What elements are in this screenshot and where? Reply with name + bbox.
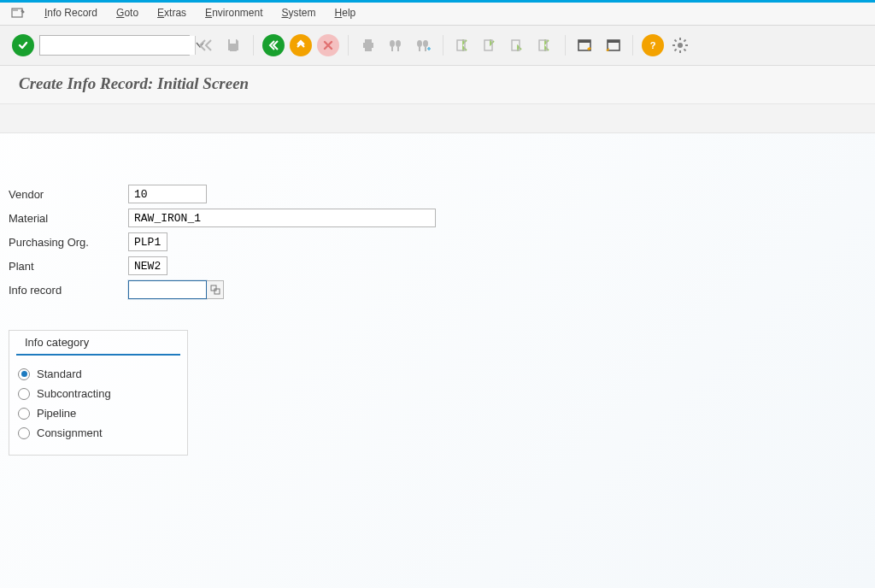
svg-point-4: [390, 40, 395, 47]
command-field-wrap: [39, 35, 190, 56]
toolbar-separator: [632, 35, 633, 56]
radio-subcontracting-row[interactable]: Subcontracting: [18, 384, 179, 403]
field-row-material: Material: [9, 209, 866, 227]
new-session-button[interactable]: [574, 34, 596, 56]
svg-rect-11: [425, 47, 426, 51]
menu-extras[interactable]: Extras: [157, 7, 186, 19]
radio-pipeline[interactable]: [18, 408, 30, 420]
svg-rect-10: [419, 47, 420, 51]
info-category-legend: Info category: [16, 331, 180, 356]
save-button[interactable]: [222, 34, 244, 56]
search-help-icon: [210, 285, 220, 295]
first-page-button[interactable]: [452, 34, 474, 56]
page-title: Create Info Record: Initial Screen: [19, 74, 860, 93]
toolbar-separator: [565, 35, 566, 56]
svg-rect-17: [578, 40, 590, 43]
svg-rect-31: [214, 289, 220, 294]
vendor-input[interactable]: [128, 185, 207, 203]
field-row-purchasing-org: Purchasing Org.: [9, 232, 866, 251]
print-button[interactable]: [357, 34, 379, 56]
svg-line-29: [684, 40, 685, 42]
menu-environment[interactable]: Environment: [205, 7, 262, 19]
menu-goto[interactable]: Goto: [116, 7, 138, 19]
toolbar-separator: [253, 35, 254, 56]
svg-rect-2: [365, 39, 372, 43]
command-field[interactable]: [40, 36, 195, 55]
back-green-button[interactable]: [262, 34, 285, 56]
svg-line-28: [675, 49, 677, 50]
material-label: Material: [9, 212, 128, 225]
info-record-f4-button[interactable]: [207, 280, 224, 299]
exit-button[interactable]: [290, 34, 312, 56]
svg-point-5: [396, 40, 401, 47]
radio-standard-label: Standard: [37, 368, 82, 380]
svg-rect-6: [391, 47, 393, 51]
field-row-info-record: Info record: [9, 280, 866, 299]
menu-system[interactable]: System: [282, 7, 316, 19]
prev-page-button[interactable]: [479, 34, 502, 56]
next-page-button[interactable]: [507, 34, 529, 56]
purchasing-org-label: Purchasing Org.: [9, 236, 128, 249]
shortcut-button[interactable]: [602, 34, 624, 56]
title-area: Create Info Record: Initial Screen: [0, 66, 875, 104]
find-next-button[interactable]: [412, 34, 434, 56]
application-toolbar: [0, 104, 875, 133]
svg-rect-30: [211, 285, 216, 291]
svg-point-21: [678, 43, 683, 48]
menubar: Info Record Goto Extras Environment Syst…: [0, 3, 875, 26]
radio-standard-row[interactable]: Standard: [18, 364, 179, 384]
radio-subcontracting-label: Subcontracting: [37, 387, 111, 400]
info-record-label: Info record: [9, 284, 128, 297]
find-button[interactable]: [385, 34, 407, 56]
info-category-options: Standard Subcontracting Pipeline Consign…: [9, 356, 187, 455]
radio-subcontracting[interactable]: [18, 388, 30, 400]
material-input[interactable]: [128, 209, 436, 227]
radio-consignment[interactable]: [18, 427, 30, 439]
svg-rect-7: [397, 47, 399, 51]
svg-rect-19: [608, 40, 620, 43]
purchasing-org-input[interactable]: [128, 232, 167, 251]
svg-point-9: [423, 40, 428, 47]
help-button[interactable]: ?: [642, 34, 664, 56]
vendor-label: Vendor: [9, 188, 128, 201]
svg-rect-3: [365, 47, 372, 51]
radio-consignment-row[interactable]: Consignment: [18, 423, 179, 443]
radio-standard[interactable]: [18, 368, 30, 380]
svg-line-26: [675, 40, 677, 42]
svg-line-27: [684, 49, 685, 50]
info-record-input[interactable]: [128, 280, 207, 299]
plant-input[interactable]: [128, 256, 167, 275]
last-page-button[interactable]: [534, 34, 556, 56]
field-row-vendor: Vendor: [9, 185, 866, 203]
content-area: Vendor Material Purchasing Org. Plant In…: [0, 133, 875, 464]
menu-info-record[interactable]: Info Record: [44, 7, 97, 19]
toolbar-separator: [348, 35, 349, 56]
radio-consignment-label: Consignment: [37, 426, 103, 439]
cancel-button[interactable]: [317, 34, 339, 56]
info-category-group: Info category Standard Subcontracting Pi…: [9, 330, 188, 456]
plant-label: Plant: [9, 260, 128, 273]
svg-text:?: ?: [650, 40, 656, 50]
radio-pipeline-label: Pipeline: [37, 407, 76, 420]
toolbar-separator: [443, 35, 443, 56]
radio-pipeline-row[interactable]: Pipeline: [18, 403, 179, 423]
field-row-plant: Plant: [9, 256, 866, 275]
menu-help[interactable]: Help: [335, 7, 356, 19]
enter-button[interactable]: [12, 34, 34, 56]
settings-button[interactable]: [669, 34, 691, 56]
svg-point-8: [417, 40, 422, 47]
system-toolbar: ?: [0, 26, 875, 66]
document-menu-icon[interactable]: [10, 6, 26, 20]
back-button[interactable]: [195, 34, 217, 56]
